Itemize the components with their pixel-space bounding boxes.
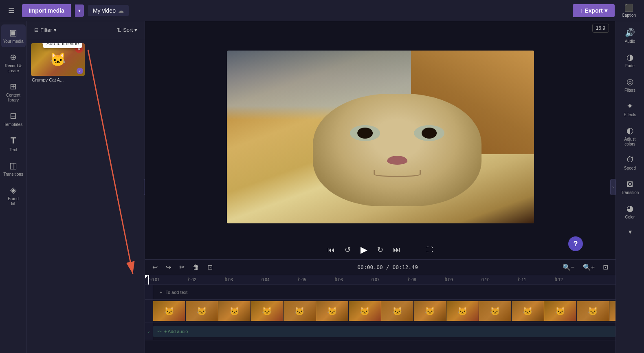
aspect-ratio-button[interactable]: 16:9 <box>592 24 609 33</box>
transition-icon: ⊠ <box>626 179 633 189</box>
ruler-mark-10: 0:10 <box>481 278 518 282</box>
audio-track-placeholder[interactable]: 〰 + Add audio <box>153 326 615 337</box>
sidebar-item-effects[interactable]: ✦ Effects <box>617 98 643 121</box>
time-separator: / <box>386 264 393 270</box>
caption-button[interactable]: ⬛ Caption <box>619 2 639 19</box>
text-track-label <box>145 285 153 299</box>
speed-icon: ⏱ <box>626 155 634 164</box>
cut-icon: ✂ <box>179 264 185 271</box>
media-item-grumpy-cat[interactable]: ✕ ✓ Add to timeline Grumpy Cat A... 🫵 <box>31 43 85 82</box>
cat-mouth <box>374 170 421 177</box>
current-time-value: 00:00.00 <box>357 264 383 270</box>
sidebar-item-fade[interactable]: ◑ Fade <box>617 49 643 72</box>
zoom-in-button[interactable]: 🔍+ <box>580 262 597 272</box>
skip-to-end-button[interactable]: ⏭ <box>391 244 402 256</box>
frame-0 <box>153 301 186 321</box>
mark-button[interactable]: ⊡ <box>205 262 215 272</box>
timeline-ruler: 0 0:01 0:02 0:03 0:04 0:05 0:06 0:07 0:0… <box>145 275 615 285</box>
transition-label: Transition <box>621 190 639 195</box>
sidebar-item-speed[interactable]: ⏱ Speed <box>617 152 643 174</box>
left-sidebar: ▣ Your media ⊕ Record &create ⊞ Contentl… <box>0 21 27 353</box>
undo-button[interactable]: ↩ <box>150 262 160 272</box>
add-to-timeline-tooltip: Add to timeline <box>43 43 82 48</box>
playhead-triangle <box>145 275 148 278</box>
sidebar-item-brand-kit[interactable]: ◈ Brandkit <box>1 182 26 210</box>
redo-button[interactable]: ↪ <box>163 262 174 272</box>
text-plus-icon: + <box>160 290 162 295</box>
cat-face-area <box>313 94 482 206</box>
skip-to-start-button[interactable]: ⏮ <box>326 244 336 256</box>
delete-icon: 🗑 <box>193 264 199 271</box>
video-track-label <box>145 300 153 322</box>
import-dropdown-button[interactable]: ▾ <box>75 4 84 17</box>
filter-button[interactable]: ⊟ Filter ▾ <box>31 25 60 35</box>
sort-chevron-icon: ▾ <box>134 27 137 33</box>
video-track-content <box>153 300 615 322</box>
tab-my-video[interactable]: My video ☁ <box>88 5 129 16</box>
effects-icon: ✦ <box>626 101 633 111</box>
frame-1 <box>186 301 218 321</box>
help-button[interactable]: ? <box>568 236 583 251</box>
playhead[interactable] <box>148 275 149 285</box>
export-button[interactable]: ↑ Export ▾ <box>573 4 614 17</box>
frame-8 <box>414 301 446 321</box>
delete-button[interactable]: 🗑 <box>190 263 202 272</box>
fade-label: Fade <box>625 64 635 68</box>
cat-nose <box>387 156 407 165</box>
add-audio-label: + Add audio <box>164 329 188 334</box>
video-preview[interactable] <box>227 51 534 223</box>
ruler-mark-4: 0:04 <box>262 278 298 282</box>
import-media-button[interactable]: Import media <box>22 4 71 17</box>
sidebar-item-text[interactable]: T Text <box>1 132 26 156</box>
filters-icon: ◎ <box>626 77 633 86</box>
filter-icon: ⊟ <box>34 27 39 33</box>
play-button[interactable]: ▶ <box>359 243 369 257</box>
effects-label: Effects <box>624 113 636 117</box>
audio-label: Audio <box>625 39 635 44</box>
sidebar-item-adjust-colors[interactable]: ◐ Adjustcolors <box>617 122 643 150</box>
fullscreen-icon: ⛶ <box>426 246 433 253</box>
zoom-in-icon: 🔍+ <box>583 264 595 271</box>
video-controls: ⏮ ↺ ▶ ↻ ⏭ ⛶ <box>326 239 435 259</box>
sidebar-item-content-library[interactable]: ⊞ Contentlibrary <box>1 78 26 106</box>
sidebar-item-label-brand-kit: Brandkit <box>8 196 19 206</box>
sidebar-item-filters[interactable]: ◎ Filters <box>617 73 643 96</box>
sidebar-item-transitions[interactable]: ◫ Transitions <box>1 157 26 180</box>
ruler-mark-7: 0:07 <box>371 278 408 282</box>
ruler-mark-11: 0:11 <box>518 278 555 282</box>
sidebar-item-templates[interactable]: ⊟ Templates <box>1 108 26 130</box>
text-track-row: + To add text <box>145 285 615 300</box>
sidebar-item-your-media[interactable]: ▣ Your media <box>1 24 26 47</box>
hamburger-button[interactable]: ☰ <box>5 4 18 17</box>
center-right-area: 16:9 <box>145 21 615 353</box>
frame-5 <box>316 301 349 321</box>
timeline-tracks: 0 0:01 0:02 0:03 0:04 0:05 0:06 0:07 0:0… <box>145 275 615 353</box>
replay-button[interactable]: ↺ <box>343 244 352 256</box>
fit-button[interactable]: ⊡ <box>600 262 611 272</box>
selection-indicator: ✓ <box>77 68 83 74</box>
zoom-out-button[interactable]: 🔍− <box>560 262 577 272</box>
skip-forward-button[interactable]: ↻ <box>376 244 385 256</box>
sidebar-item-transition[interactable]: ⊠ Transition <box>617 176 643 199</box>
cut-button[interactable]: ✂ <box>177 262 187 272</box>
fullscreen-button[interactable]: ⛶ <box>425 245 435 255</box>
video-track-frames[interactable] <box>153 301 615 321</box>
sort-label: Sort <box>123 27 133 33</box>
brand-kit-icon: ◈ <box>10 185 16 195</box>
frame-13 <box>577 301 609 321</box>
sidebar-item-record-create[interactable]: ⊕ Record &create <box>1 49 26 77</box>
undo-icon: ↩ <box>152 264 158 271</box>
sort-button[interactable]: ⇅ Sort ▾ <box>114 25 141 35</box>
text-track-label: To add text <box>165 290 187 295</box>
sidebar-item-audio[interactable]: 🔊 Audio <box>617 24 643 47</box>
timeline-area: ↩ ↪ ✂ 🗑 ⊡ 00:00.00 / 00:12.4 <box>145 259 615 353</box>
sidebar-item-color[interactable]: ◕ Color <box>617 200 643 223</box>
transitions-icon: ◫ <box>9 161 17 170</box>
audio-track-label: ♪ <box>145 322 153 340</box>
adjust-colors-icon: ◐ <box>626 126 633 135</box>
collapse-right-handle[interactable]: › <box>610 179 616 195</box>
current-time-display: 00:00.00 / 00:12.49 <box>357 264 418 270</box>
sidebar-scroll-down[interactable]: ▾ <box>617 225 643 239</box>
frame-9 <box>446 301 479 321</box>
tab-my-video-label: My video <box>93 7 116 14</box>
